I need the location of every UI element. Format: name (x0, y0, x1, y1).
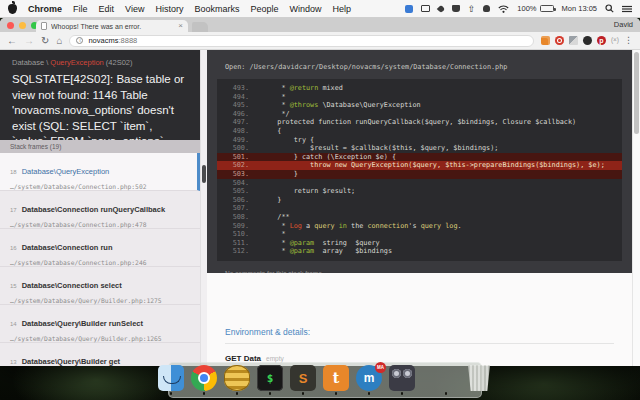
new-tab-button[interactable] (192, 22, 208, 32)
browser-tab[interactable]: Whoops! There was an error. × (36, 20, 188, 32)
stack-frame-title: Database\Connection runQueryCallback (22, 205, 165, 214)
menu-item-chrome[interactable]: Chrome (28, 4, 62, 14)
menu-item-edit[interactable]: Edit (99, 4, 115, 14)
exception-message: SQLSTATE[42S02]: Base table or view not … (12, 72, 188, 140)
chrome-icon (191, 365, 217, 391)
code-line-number: 508. (217, 213, 261, 222)
running-indicator-dot (335, 392, 338, 395)
finder-icon (158, 365, 184, 391)
docker-icon[interactable] (452, 5, 460, 12)
dock-icon-terminal[interactable]: $ (257, 365, 283, 395)
menu-item-window[interactable]: Window (289, 4, 321, 14)
back-button[interactable]: ← (7, 36, 17, 46)
sublime-icon: S (290, 365, 316, 391)
code-line-number: 504. (217, 179, 261, 188)
stack-frame-number: 13 (10, 359, 17, 365)
stack-frame[interactable]: 15Database\Connection select …/system/Da… (0, 267, 200, 305)
code-line: 493. * @return mixed (217, 84, 622, 93)
code-line-text: } catch (\Exception $e) { (261, 153, 396, 162)
extensions-row: p (×) ⋮ (541, 36, 633, 45)
code-line: 501. } catch (\Exception $e) { (217, 153, 622, 162)
spotlight-icon[interactable] (605, 4, 614, 13)
dock-icon-sequel[interactable] (224, 365, 250, 395)
stack-frame-number: 16 (10, 245, 17, 251)
dock-icon-trash[interactable] (466, 365, 492, 395)
url-text: novacms:8888 (88, 36, 137, 45)
extension-pinterest-icon[interactable]: p (597, 36, 606, 45)
minimize-window-button[interactable] (19, 22, 26, 29)
code-line-number: 506. (217, 196, 261, 205)
dock-icon-video[interactable] (389, 365, 415, 395)
close-window-button[interactable] (7, 22, 14, 29)
code-line-number: 511. (217, 239, 261, 248)
tab-favicon (41, 22, 47, 30)
extension-opera-icon[interactable] (555, 36, 564, 45)
browser-window: Whoops! There was an error. × David ← → … (0, 18, 640, 366)
dock-icon-sublime[interactable]: S (290, 365, 316, 395)
home-button[interactable]: ⌂ (56, 36, 62, 46)
extension-dark-icon[interactable] (583, 36, 592, 45)
dock-icon-textmate[interactable]: t (323, 365, 349, 395)
wifi-icon[interactable] (498, 5, 509, 13)
notifications-icon[interactable] (483, 5, 490, 12)
stack-frame[interactable]: 17Database\Connection runQueryCallback …… (0, 191, 200, 229)
extension-eyedropper-icon[interactable] (569, 36, 578, 45)
stack-frame[interactable]: 14Database\Query\Builder runSelect …/sys… (0, 305, 200, 343)
extension-rss-icon[interactable] (541, 36, 550, 45)
open-file-link[interactable]: Open: /Users/davidcarr/Desktop/novacms/s… (225, 63, 632, 71)
browser-scrollbar[interactable] (632, 50, 640, 366)
code-line-text: return $result; (261, 187, 355, 196)
code-line-number: 500. (217, 144, 261, 153)
battery-indicator[interactable]: 100% (517, 4, 553, 13)
code-line-number: 507. (217, 204, 261, 213)
code-line-number: 494. (217, 93, 261, 102)
stack-frame-number: 14 (10, 321, 17, 327)
menu-item-help[interactable]: Help (332, 4, 351, 14)
notification-center-icon[interactable] (622, 5, 632, 13)
apple-menu-icon[interactable] (8, 4, 17, 14)
running-indicator-dot (203, 392, 206, 395)
code-line: 496. */ (217, 110, 622, 119)
menu-item-people[interactable]: People (250, 4, 278, 14)
stack-frame[interactable]: 18Database\QueryException …/system/Datab… (0, 153, 200, 191)
dock-icon-mamp[interactable]: mMA (356, 365, 382, 395)
location-icon[interactable] (437, 4, 445, 12)
code-line: 508. /** (217, 213, 622, 222)
address-bar[interactable]: i novacms:8888 (69, 35, 533, 47)
code-line-text: protected function runQueryCallback($que… (261, 118, 576, 127)
browser-scrollbar-thumb[interactable] (634, 52, 639, 134)
code-line-number: 499. (217, 136, 261, 145)
menu-item-history[interactable]: History (155, 4, 183, 14)
code-line-number: 497. (217, 118, 261, 127)
chrome-menu-icon[interactable]: ⋮ (624, 36, 633, 45)
tab-close-icon[interactable]: × (178, 22, 183, 30)
dock-icon-chrome[interactable] (191, 365, 217, 395)
details-section: Environment & details: GET Data empty PO… (207, 273, 632, 366)
menubar-clock[interactable]: Mon 13:05 (562, 4, 597, 13)
code-line-text: */ (261, 110, 290, 119)
keyboard-layout-icon[interactable]: ⇧ (468, 5, 476, 13)
stack-frame-title: Database\Query\Builder get (22, 357, 120, 366)
sidebar-scrollbar-thumb[interactable] (202, 165, 206, 183)
menu-item-view[interactable]: View (125, 4, 144, 14)
code-line-text: * @param array $bindings (261, 247, 392, 256)
macos-dock: $ S t mMA (168, 362, 482, 398)
menu-item-file[interactable]: File (73, 4, 88, 14)
reload-button[interactable]: ↻ (41, 36, 49, 46)
code-block: 493. * @return mixed 494. * 495. * @thro… (217, 79, 622, 261)
stack-frame-path: …/system/Database/Connection.php:246 (10, 259, 190, 266)
code-line-text: $result = $callback($this, $query, $bind… (261, 144, 498, 153)
dock-icon-finder[interactable] (158, 365, 184, 395)
window-controls (7, 22, 38, 29)
forward-button[interactable]: → (24, 36, 34, 46)
code-line-text: * (261, 230, 286, 239)
code-line-number: 501. (217, 153, 261, 162)
page-info-icon[interactable]: i (76, 37, 83, 44)
menubar-app-icon[interactable] (405, 5, 413, 13)
chrome-profile-name[interactable]: David (614, 20, 633, 29)
screen-mirroring-icon[interactable] (421, 5, 430, 12)
sidebar-scrollbar[interactable] (200, 50, 207, 366)
stack-frame[interactable]: 16Database\Connection run …/system/Datab… (0, 229, 200, 267)
extension-disabled-icon[interactable]: (×) (611, 36, 619, 45)
menu-item-bookmarks[interactable]: Bookmarks (194, 4, 239, 14)
